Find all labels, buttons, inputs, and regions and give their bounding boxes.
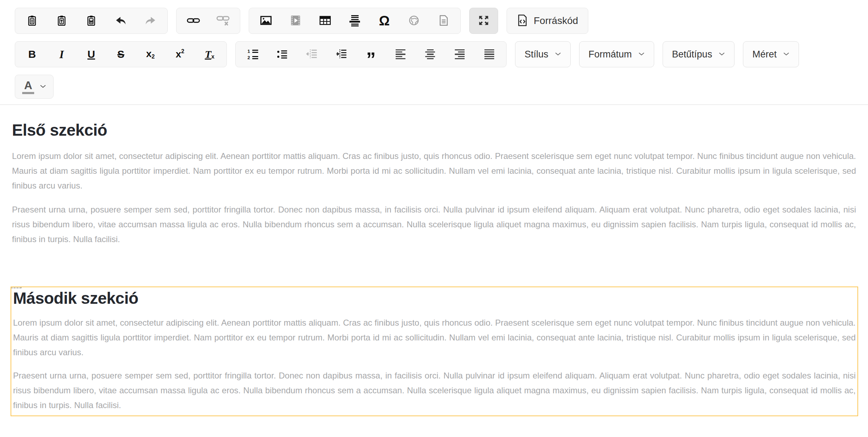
remove-format-icon: T x <box>205 49 214 60</box>
table-icon <box>319 15 331 27</box>
align-right-icon <box>455 49 465 60</box>
decrease-indent-button[interactable] <box>297 43 327 66</box>
editor-content-area[interactable]: Első szekció Lorem ipsum dolor sit amet,… <box>0 105 868 247</box>
colors-group: A <box>15 75 54 99</box>
source-code-icon <box>517 14 528 28</box>
underline-button[interactable]: U <box>76 43 106 66</box>
chevron-down-icon <box>555 52 561 57</box>
maximize-icon <box>478 14 490 27</box>
bold-button[interactable]: B <box>17 43 47 66</box>
image-icon <box>260 15 272 27</box>
horizontal-line-icon <box>349 15 360 26</box>
section-2-widget[interactable]: Második szekció Lorem ipsum dolor sit am… <box>11 287 858 416</box>
insert-group: Ω <box>249 8 461 34</box>
bold-icon: B <box>28 49 36 60</box>
insert-image-button[interactable] <box>251 10 281 32</box>
strikethrough-icon: S <box>117 49 124 60</box>
font-dropdown[interactable]: Betűtípus <box>663 41 734 67</box>
section-1-title: Első szekció <box>12 121 856 140</box>
paste-button[interactable] <box>17 10 47 32</box>
source-code-label: Forráskód <box>534 15 578 26</box>
basic-styles-group: B I U S x 2 x 2 <box>15 41 227 67</box>
link-button[interactable] <box>179 10 208 32</box>
section-1-paragraph-1: Lorem ipsum dolor sit amet, consectetur … <box>12 149 856 193</box>
align-left-button[interactable] <box>386 43 415 66</box>
unlink-button[interactable] <box>208 10 238 32</box>
size-dropdown-label: Méret <box>752 49 777 60</box>
paste-plain-text-button[interactable] <box>47 10 76 32</box>
toolbar-row-1: Ω <box>15 8 854 34</box>
toolbar-row-3: A <box>15 75 854 99</box>
size-dropdown[interactable]: Méret <box>743 41 799 67</box>
clipboard-group <box>15 8 168 34</box>
redo-icon <box>144 14 157 28</box>
section-2-paragraph-1: Lorem ipsum dolor sit amet, consectetur … <box>13 315 856 360</box>
increase-indent-button[interactable] <box>327 43 356 66</box>
italic-button[interactable]: I <box>47 43 76 66</box>
editor-toolbar: Ω <box>0 0 868 99</box>
style-dropdown[interactable]: Stílus <box>515 41 571 67</box>
subscript-icon: x 2 <box>146 49 155 60</box>
insert-horizontal-line-button[interactable] <box>340 10 370 32</box>
superscript-icon: x 2 <box>176 49 184 59</box>
align-center-button[interactable] <box>415 43 445 66</box>
document-icon <box>438 14 449 27</box>
superscript-button[interactable]: x 2 <box>165 43 195 66</box>
align-justify-button[interactable] <box>475 43 504 66</box>
chevron-down-icon <box>638 52 645 57</box>
undo-icon <box>114 14 127 28</box>
source-code-button[interactable]: Forráskód <box>507 8 588 34</box>
text-color-icon: A <box>22 80 34 94</box>
paste-from-word-icon <box>85 14 97 27</box>
maximize-button[interactable] <box>472 10 496 32</box>
strikethrough-button[interactable]: S <box>106 43 136 66</box>
italic-icon: I <box>60 49 64 60</box>
align-right-button[interactable] <box>445 43 475 66</box>
underline-icon: U <box>87 49 95 60</box>
toolbar-row-2: B I U S x 2 x 2 <box>15 41 854 67</box>
bulleted-list-icon <box>277 50 287 59</box>
chevron-down-icon <box>783 52 789 57</box>
link-icon <box>187 16 200 26</box>
font-dropdown-label: Betűtípus <box>672 49 712 60</box>
remove-format-button[interactable]: T x <box>195 43 224 66</box>
style-dropdown-label: Stílus <box>525 49 548 60</box>
media-icon <box>290 14 302 27</box>
blockquote-button[interactable]: ” <box>356 43 386 66</box>
chevron-down-icon <box>719 52 725 57</box>
section-2-title: Második szekció <box>13 289 856 308</box>
undo-button[interactable] <box>106 10 136 32</box>
text-color-button[interactable]: A <box>15 75 53 99</box>
subscript-button[interactable]: x 2 <box>136 43 165 66</box>
paste-plain-text-icon <box>56 14 68 27</box>
move-icon <box>12 287 20 288</box>
special-character-button[interactable]: Ω <box>370 10 399 32</box>
unlink-icon <box>216 14 230 27</box>
insert-table-button[interactable] <box>310 10 340 32</box>
page-template-button[interactable] <box>429 10 458 32</box>
align-left-icon <box>396 49 405 60</box>
link-group <box>176 8 240 34</box>
numbered-list-icon: 1 2 <box>247 49 258 60</box>
align-justify-icon <box>484 49 494 60</box>
section-1-paragraph-2: Praesent urna urna, posuere semper sem s… <box>12 202 856 247</box>
paste-from-word-button[interactable] <box>76 10 106 32</box>
globe-icon <box>408 14 420 27</box>
increase-indent-icon <box>335 48 348 61</box>
decrease-indent-icon <box>305 48 318 61</box>
format-dropdown[interactable]: Formátum <box>579 41 654 67</box>
chevron-down-icon <box>40 84 46 90</box>
bulleted-list-button[interactable] <box>267 43 297 66</box>
omega-icon: Ω <box>379 14 390 27</box>
format-dropdown-label: Formátum <box>589 49 632 60</box>
redo-button[interactable] <box>136 10 165 32</box>
insert-media-button[interactable] <box>281 10 310 32</box>
iframe-button[interactable] <box>399 10 429 32</box>
align-center-icon <box>425 49 435 60</box>
widget-drag-handle[interactable] <box>11 287 21 288</box>
paragraph-group: 1 2 <box>235 41 507 67</box>
numbered-list-button[interactable]: 1 2 <box>238 43 267 66</box>
paste-icon <box>26 14 38 27</box>
maximize-group <box>469 8 498 34</box>
section-2-paragraph-2: Praesent urna urna, posuere semper sem s… <box>13 368 856 413</box>
